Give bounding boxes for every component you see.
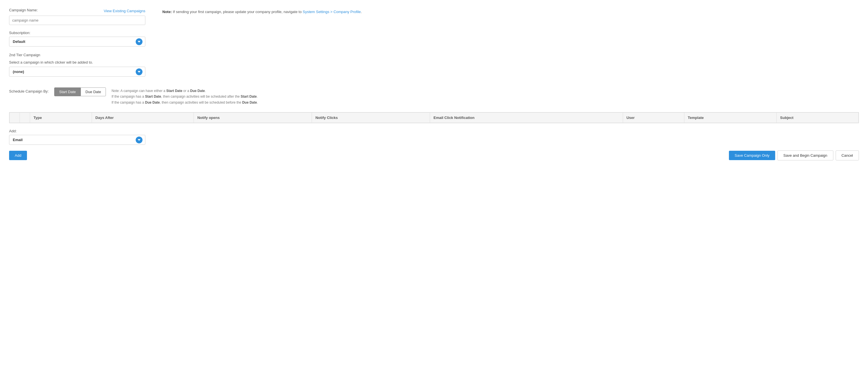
subscription-select[interactable]: Default — [9, 37, 145, 47]
activities-table: Type Days After Notify opens Notify Clic… — [9, 112, 859, 123]
start-date-button[interactable]: Start Date — [54, 87, 81, 96]
campaign-name-input[interactable] — [9, 16, 145, 25]
footer-buttons: Add Save Campaign Only Save and Begin Ca… — [9, 150, 859, 160]
schedule-label: Schedule Campaign By: — [9, 89, 49, 93]
tier-select-wrapper: (none) — [9, 67, 145, 77]
col-header-subject: Subject — [777, 113, 859, 123]
schedule-note-due-date-end: Due Date — [242, 100, 257, 105]
col-header-notify-clicks: Notify Clicks — [312, 113, 430, 123]
add-type-select-wrapper: Email — [9, 135, 145, 145]
schedule-note-start-date-2: Start Date — [145, 94, 161, 98]
cancel-button[interactable]: Cancel — [836, 150, 859, 160]
save-campaign-only-button[interactable]: Save Campaign Only — [729, 151, 775, 160]
schedule-note-line3-period: . — [257, 100, 258, 105]
campaign-name-label: Campaign Name: — [9, 8, 38, 12]
col-header-edit — [20, 113, 30, 123]
col-header-checkbox — [10, 113, 20, 123]
activities-table-container: Type Days After Notify opens Notify Clic… — [9, 112, 859, 123]
schedule-note-line2-suffix: , then campaign activities will be sched… — [161, 94, 241, 98]
view-existing-campaigns-link[interactable]: View Existing Campaigns — [104, 9, 145, 13]
note-suffix: . — [361, 10, 362, 14]
schedule-note-due-date-2: Due Date — [145, 100, 160, 105]
col-header-template: Template — [684, 113, 777, 123]
schedule-note-line3-prefix: If the campaign has a — [112, 100, 145, 105]
subscription-label: Subscription: — [9, 31, 145, 35]
add-button[interactable]: Add — [9, 151, 27, 160]
due-date-button[interactable]: Due Date — [81, 87, 106, 96]
tier-description: Select a campaign in which clicker will … — [9, 60, 145, 65]
note-bold: Note: — [162, 10, 172, 14]
schedule-section: Schedule Campaign By: Start Date Due Dat… — [9, 87, 859, 105]
note-text: Note: If sending your first campaign, pl… — [162, 9, 859, 15]
tier-select[interactable]: (none) — [9, 67, 145, 77]
save-and-begin-campaign-button[interactable]: Save and Begin Campaign — [777, 150, 833, 160]
col-header-email-click-notification: Email Click Notification — [430, 113, 623, 123]
col-header-notify-opens: Notify opens — [194, 113, 312, 123]
schedule-note-line1-prefix: Note: A campaign can have either a — [112, 89, 166, 93]
schedule-note-start-date-1: Start Date — [166, 89, 183, 93]
note-body: If sending your first campaign, please u… — [172, 10, 303, 14]
schedule-note-line2-prefix: If the campaign has a — [112, 94, 145, 98]
col-header-days-after: Days After — [92, 113, 194, 123]
subscription-select-wrapper: Default — [9, 37, 145, 47]
col-header-type: Type — [30, 113, 92, 123]
schedule-note: Note: A campaign can have either a Start… — [112, 87, 859, 105]
add-type-select[interactable]: Email — [9, 135, 145, 145]
schedule-note-start-date-end: Start Date — [241, 94, 257, 98]
schedule-note-line1-mid: or a — [182, 89, 190, 93]
system-settings-link[interactable]: System Settings > Company Profile — [303, 10, 361, 14]
add-section: Add: Email — [9, 129, 859, 145]
schedule-note-due-date-1: Due Date — [190, 89, 205, 93]
schedule-note-line3-suffix: , then campaign activities will be sched… — [160, 100, 242, 105]
schedule-note-line1-suffix: . — [205, 89, 206, 93]
add-label: Add: — [9, 129, 859, 133]
tier-title: 2nd Tier Campaign — [9, 52, 145, 58]
schedule-note-line2-period: . — [257, 94, 258, 98]
col-header-user: User — [623, 113, 684, 123]
